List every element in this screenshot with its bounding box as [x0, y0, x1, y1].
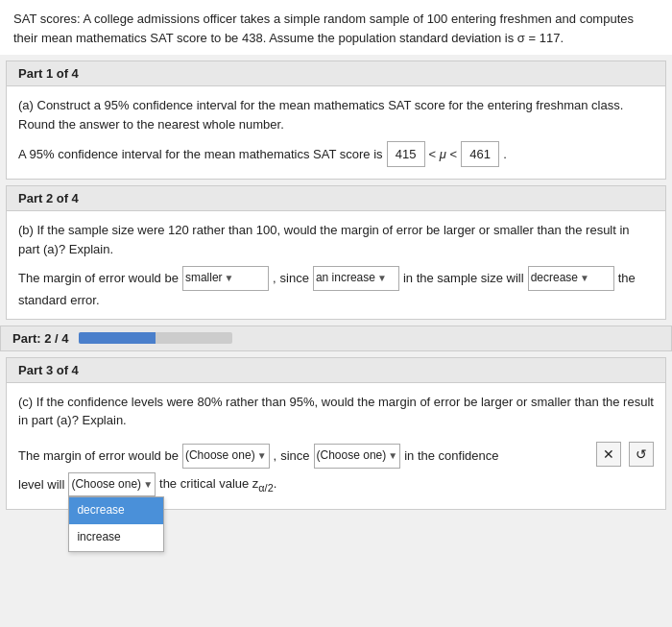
close-button[interactable]: ✕ — [596, 442, 621, 467]
part2-sentence-prefix: The margin of error would be — [18, 267, 179, 289]
part2-select2[interactable]: an increase ▼ — [313, 266, 399, 291]
part3-select2-value: (Choose one) — [317, 446, 387, 467]
part3-row1: The margin of error would be (Choose one… — [18, 444, 587, 469]
part3-header: Part 3 of 4 — [7, 358, 665, 383]
undo-icon: ↺ — [636, 446, 647, 462]
part3-body: (c) If the confidence levels were 80% ra… — [7, 383, 665, 509]
part3-since: since — [280, 445, 309, 467]
part3-select2[interactable]: (Choose one) ▼ — [314, 444, 401, 469]
part3-right: ✕ ↺ — [587, 438, 654, 467]
part3-question: (c) If the confidence levels were 80% ra… — [18, 393, 654, 430]
part1-answer-row: A 95% confidence interval for the mean m… — [18, 141, 654, 167]
part2-select2-arrow: ▼ — [377, 270, 387, 287]
part3-select1-arrow: ▼ — [257, 447, 267, 465]
part3-dropdown[interactable]: decrease increase — [68, 496, 164, 551]
part2-since: since — [280, 267, 309, 289]
part3-row2: level will (Choose one) ▼ decrease incre… — [18, 472, 587, 497]
part2-middle-text: in the sample size will — [403, 267, 524, 289]
part3-comma: , — [274, 445, 277, 467]
part2-question: (b) If the sample size were 120 rather t… — [18, 221, 654, 258]
part2-container: Part 2 of 4 (b) If the sample size were … — [6, 185, 666, 320]
part2-suffix: the — [618, 267, 636, 289]
part3-prefix: The margin of error would be — [18, 445, 179, 467]
part2-select1-value: smaller — [185, 268, 223, 289]
part2-line2: standard error. — [18, 293, 654, 307]
part1-answer-suffix: . — [503, 143, 507, 165]
part2-standard-error: standard error. — [18, 293, 100, 307]
part1-question: (a) Construct a 95% confidence interval … — [18, 96, 654, 133]
part1-body: (a) Construct a 95% confidence interval … — [7, 86, 665, 179]
part3-line2-middle: the critical value zα/2. — [159, 472, 276, 497]
part3-container: Part 3 of 4 (c) If the confidence levels… — [6, 357, 666, 510]
part3-dropdown-increase[interactable]: increase — [69, 524, 163, 551]
part3-left: The margin of error would be (Choose one… — [18, 438, 587, 497]
part2-answer-row: The margin of error would be smaller ▼ ,… — [18, 266, 654, 291]
part3-select3-value: (Choose one) — [71, 474, 141, 495]
progress-bar-background — [79, 332, 232, 344]
part3-label: Part 3 of 4 — [18, 363, 79, 377]
undo-button[interactable]: ↺ — [629, 442, 654, 467]
part2-select1-arrow: ▼ — [225, 270, 234, 287]
part1-label: Part 1 of 4 — [18, 66, 79, 81]
part2-body: (b) If the sample size were 120 rather t… — [7, 211, 665, 319]
part1-value2[interactable]: 461 — [461, 141, 499, 167]
header-content: SAT scores: A college admissions officer… — [13, 12, 634, 45]
part1-header: Part 1 of 4 — [7, 61, 665, 86]
part2-label: Part 2 of 4 — [18, 191, 79, 205]
part1-container: Part 1 of 4 (a) Construct a 95% confiden… — [6, 60, 666, 180]
header-text: SAT scores: A college admissions officer… — [0, 0, 672, 55]
part3-select2-arrow: ▼ — [388, 447, 397, 465]
part2-select2-value: an increase — [316, 268, 375, 289]
part2-select3-arrow: ▼ — [580, 270, 589, 287]
part2-select3-value: decrease — [531, 268, 578, 289]
progress-label: Part: 2 / 4 — [12, 331, 69, 346]
part3-line2-prefix: level will — [18, 473, 64, 495]
part2-header: Part 2 of 4 — [7, 186, 665, 211]
part3-answer-area: The margin of error would be (Choose one… — [18, 438, 654, 497]
part3-select3[interactable]: (Choose one) ▼ — [68, 472, 156, 497]
part3-middle: in the confidence — [404, 445, 498, 467]
part2-select1[interactable]: smaller ▼ — [182, 266, 269, 291]
part2-comma: , — [273, 267, 276, 289]
part1-answer-prefix: A 95% confidence interval for the mean m… — [18, 143, 383, 165]
part3-select3-wrapper: (Choose one) ▼ decrease increase — [68, 472, 156, 497]
part3-dropdown-decrease[interactable]: decrease — [69, 497, 163, 524]
close-icon: ✕ — [603, 446, 614, 462]
part2-select3[interactable]: decrease ▼ — [528, 266, 614, 291]
part3-select1[interactable]: (Choose one) ▼ — [182, 444, 270, 469]
part3-select1-value: (Choose one) — [185, 446, 255, 467]
progress-bar-section: Part: 2 / 4 — [0, 326, 672, 351]
progress-bar-fill — [79, 332, 156, 344]
part1-value1[interactable]: 415 — [387, 141, 425, 167]
part3-select3-arrow: ▼ — [143, 476, 153, 494]
part1-less-than: < μ < — [429, 143, 458, 165]
